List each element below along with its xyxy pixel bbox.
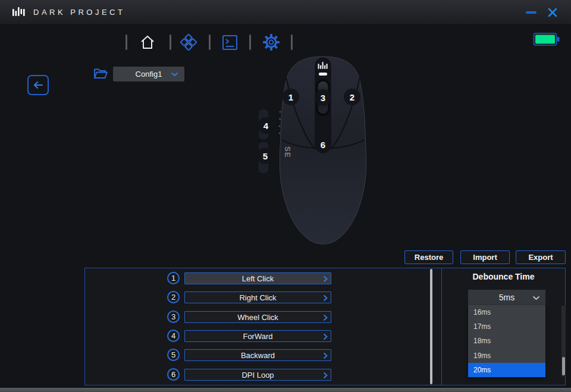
chevron-right-icon bbox=[323, 294, 328, 302]
brand-title: DARK PROJECT bbox=[33, 8, 125, 17]
config-folder-icon[interactable] bbox=[93, 67, 108, 81]
nav-macro-button[interactable] bbox=[219, 32, 240, 52]
nav-separator bbox=[126, 35, 127, 50]
nav-home-button[interactable] bbox=[137, 32, 158, 52]
binding-button-right-click[interactable]: Right Click bbox=[184, 291, 331, 303]
binding-row-3: 3 Wheel Click bbox=[0, 311, 441, 324]
minimize-button[interactable] bbox=[522, 4, 540, 21]
binding-button-left-click[interactable]: Left Click bbox=[184, 272, 331, 284]
buttons-diamond-icon bbox=[180, 33, 197, 51]
debounce-options-list: 16ms 17ms 18ms 19ms 20ms bbox=[468, 305, 545, 377]
binding-label: Right Click bbox=[239, 293, 276, 302]
bindings-scrollbar[interactable] bbox=[430, 269, 432, 384]
nav-bar bbox=[0, 30, 571, 55]
binding-number-2: 2 bbox=[167, 291, 180, 303]
brand: DARK PROJECT bbox=[11, 5, 125, 20]
mouse-badge-6[interactable]: 6 bbox=[315, 136, 331, 153]
chevron-right-icon bbox=[323, 314, 328, 321]
binding-number-6: 6 bbox=[167, 368, 180, 381]
home-icon bbox=[140, 34, 155, 51]
battery-indicator bbox=[533, 32, 560, 48]
binding-number-3: 3 bbox=[167, 311, 180, 323]
mouse-badge-5[interactable]: 5 bbox=[257, 148, 274, 164]
mouse-badge-1[interactable]: 1 bbox=[283, 89, 299, 105]
config-selected-label: Config1 bbox=[136, 70, 162, 79]
nav-separator bbox=[291, 35, 293, 50]
back-button[interactable] bbox=[27, 75, 49, 95]
binding-button-backward[interactable]: Backward bbox=[184, 349, 331, 361]
debounce-option-17ms[interactable]: 17ms bbox=[468, 319, 545, 334]
titlebar: DARK PROJECT bbox=[0, 0, 571, 25]
nav-separator bbox=[249, 35, 251, 50]
settings-gear-icon bbox=[262, 33, 280, 51]
binding-row-6: 6 DPI Loop bbox=[0, 368, 441, 381]
chevron-down-icon bbox=[532, 296, 540, 300]
debounce-selected-value: 5ms bbox=[499, 293, 514, 302]
nav-settings-button[interactable] bbox=[261, 32, 281, 52]
chevron-right-icon bbox=[323, 275, 328, 283]
debounce-option-20ms[interactable]: 20ms bbox=[468, 363, 545, 377]
binding-label: Left Click bbox=[242, 274, 274, 283]
binding-button-wheel-click[interactable]: Wheel Click bbox=[184, 311, 331, 323]
debounce-scroll-thumb[interactable] bbox=[562, 357, 565, 375]
binding-button-dpi-loop[interactable]: DPI Loop bbox=[184, 369, 331, 381]
chevron-right-icon bbox=[323, 372, 328, 379]
debounce-option-16ms[interactable]: 16ms bbox=[468, 305, 545, 319]
binding-row-2: 2 Right Click bbox=[0, 291, 441, 304]
binding-label: Wheel Click bbox=[237, 313, 278, 322]
nav-separator bbox=[209, 35, 211, 50]
chevron-down-icon bbox=[171, 72, 178, 77]
window-bottom-edge bbox=[0, 388, 571, 392]
debounce-title: Debounce Time bbox=[441, 272, 566, 281]
debounce-option-19ms[interactable]: 19ms bbox=[468, 349, 545, 363]
battery-icon bbox=[533, 32, 560, 48]
panel-divider bbox=[441, 268, 442, 385]
binding-number-1: 1 bbox=[167, 272, 180, 284]
binding-number-4: 4 bbox=[167, 330, 180, 342]
restore-button[interactable]: Restore bbox=[404, 250, 453, 264]
macro-terminal-icon bbox=[221, 34, 239, 51]
chevron-right-icon bbox=[323, 352, 328, 359]
binding-button-forward[interactable]: ForWard bbox=[184, 330, 331, 342]
nav-buttons-button[interactable] bbox=[178, 32, 199, 52]
binding-label: Backward bbox=[241, 351, 275, 360]
binding-label: ForWard bbox=[243, 332, 272, 341]
config-dropdown[interactable]: Config1 bbox=[113, 67, 184, 81]
binding-row-4: 4 ForWard bbox=[0, 330, 441, 343]
chevron-right-icon bbox=[323, 333, 328, 340]
nav-separator bbox=[170, 35, 171, 50]
binding-number-5: 5 bbox=[167, 349, 180, 361]
debounce-dropdown[interactable]: 5ms bbox=[468, 290, 545, 305]
brand-logo-icon bbox=[11, 5, 26, 20]
export-button[interactable]: Export bbox=[516, 250, 566, 264]
binding-row-5: 5 Backward bbox=[0, 349, 441, 362]
mouse-badge-3[interactable]: 3 bbox=[315, 89, 331, 106]
debounce-option-18ms[interactable]: 18ms bbox=[468, 334, 545, 348]
mouse-badge-4[interactable]: 4 bbox=[258, 117, 274, 134]
close-button[interactable] bbox=[544, 4, 561, 21]
close-icon bbox=[547, 7, 558, 18]
back-arrow-icon bbox=[32, 80, 44, 90]
minimize-icon bbox=[526, 11, 537, 14]
binding-row-1: 1 Left Click bbox=[0, 272, 441, 285]
mouse-se-label: SE bbox=[283, 146, 292, 158]
binding-label: DPI Loop bbox=[241, 371, 274, 380]
import-button[interactable]: Import bbox=[460, 250, 510, 264]
mouse-badge-2[interactable]: 2 bbox=[344, 89, 360, 105]
app-window: DARK PROJECT bbox=[0, 0, 571, 392]
